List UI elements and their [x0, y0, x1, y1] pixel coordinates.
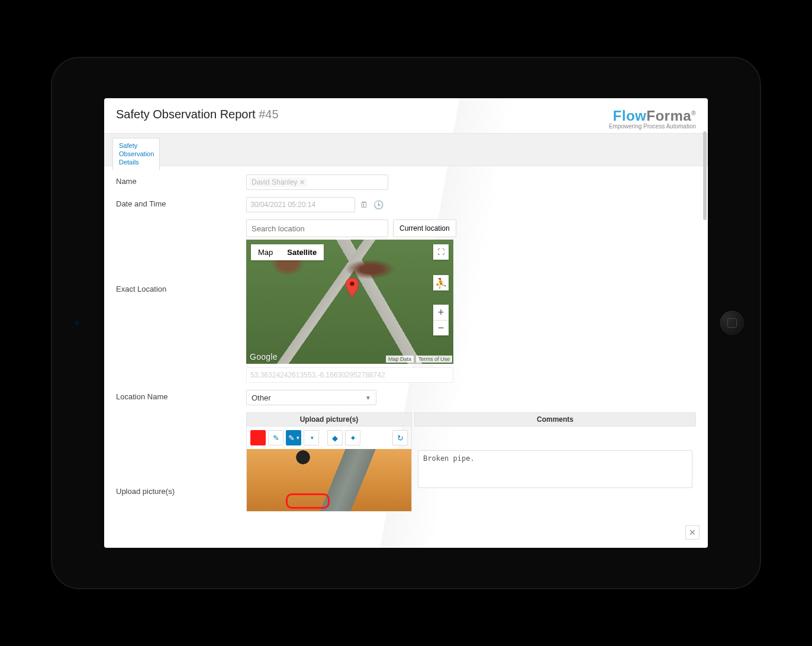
upload-column-header: Upload picture(s) [246, 412, 412, 427]
form-area: Name David Shanley ✕ Date and Time 🗓 [104, 166, 708, 512]
map-data-link[interactable]: Map Data [386, 356, 414, 363]
chevron-down-icon: ▼ [365, 395, 371, 401]
camera-icon [75, 321, 79, 325]
brand-part2: Forma [646, 108, 691, 124]
uploaded-image[interactable] [247, 449, 411, 511]
row-location-name: Location Name Other ▼ [116, 390, 696, 405]
terms-link[interactable]: Terms of Use [416, 356, 452, 363]
editor-toolbar: ✎ ✎ ◆ ✦ ↻ [247, 427, 411, 449]
dropdown-icon[interactable] [304, 430, 319, 445]
brush-icon[interactable]: ✎ [286, 430, 301, 445]
brand-reg: ® [691, 110, 696, 117]
tab-safety-observation-details[interactable]: Safety Observation Details [112, 138, 160, 170]
map-footer: Map Data Terms of Use [386, 356, 452, 363]
map-type-satellite-button[interactable]: Satellite [280, 244, 324, 260]
brand-part1: Flow [613, 108, 647, 124]
app-screen: Safety Observation Report #45 FlowForma®… [104, 98, 708, 548]
svg-point-0 [350, 282, 354, 286]
tablet-frame: Safety Observation Report #45 FlowForma®… [51, 57, 761, 589]
datetime-input[interactable] [246, 197, 355, 212]
title-text: Safety Observation Report [116, 108, 256, 121]
map-type-switch: Map Satellite [251, 244, 324, 260]
zoom-in-button[interactable]: + [433, 305, 449, 320]
map-pin-icon[interactable] [346, 277, 359, 298]
image-editor: ✎ ✎ ◆ ✦ ↻ [246, 427, 412, 512]
name-chip: David Shanley ✕ [249, 177, 307, 187]
datetime-label: Date and Time [116, 197, 246, 212]
location-name-value: Other [252, 393, 271, 402]
app-header: Safety Observation Report #45 FlowForma®… [104, 98, 708, 133]
comments-cell [414, 427, 696, 512]
upload-pictures-label: Upload picture(s) [116, 410, 246, 512]
name-input[interactable]: David Shanley ✕ [246, 175, 388, 190]
reset-icon[interactable]: ↻ [392, 430, 408, 445]
annotation-mark [286, 493, 330, 509]
map-widget[interactable]: Map Satellite ⛶ ⛹ + − Google [246, 240, 453, 364]
zoom-out-button[interactable]: − [433, 320, 449, 335]
home-button[interactable] [720, 311, 745, 335]
tab-strip: Safety Observation Details [104, 133, 708, 166]
current-location-button[interactable]: Current location [393, 219, 456, 237]
page-title: Safety Observation Report #45 [116, 108, 279, 121]
close-button[interactable]: ✕ [685, 525, 700, 540]
name-label: Name [116, 175, 246, 190]
coordinates-input[interactable] [246, 367, 453, 383]
row-name: Name David Shanley ✕ [116, 175, 696, 190]
comments-column-header: Comments [414, 412, 696, 427]
tab-line: Safety [119, 142, 153, 150]
tab-line: Observation [119, 150, 153, 159]
map-type-map-button[interactable]: Map [251, 244, 280, 260]
location-name-select[interactable]: Other ▼ [246, 390, 376, 405]
tab-line: Details [119, 159, 153, 167]
report-number: #45 [259, 108, 278, 121]
scrollbar[interactable] [703, 131, 707, 220]
picker-icon[interactable]: ✎ [268, 430, 283, 445]
row-upload: Upload picture(s) Upload picture(s) Comm… [116, 410, 696, 512]
row-exact-location: Exact Location Current location Map Sate… [116, 219, 696, 383]
clock-icon[interactable]: 🕓 [373, 200, 384, 209]
stamp-icon[interactable]: ✦ [345, 430, 360, 445]
row-datetime: Date and Time 🗓 🕓 [116, 197, 696, 212]
close-icon[interactable]: ✕ [299, 179, 305, 186]
comments-textarea[interactable] [418, 450, 692, 488]
exact-location-label: Exact Location [116, 219, 246, 383]
fullscreen-icon[interactable]: ⛶ [433, 244, 449, 260]
eraser-icon[interactable]: ◆ [327, 430, 343, 445]
brand-name: FlowForma® [609, 108, 696, 124]
name-chip-text: David Shanley [252, 178, 297, 186]
color-swatch-button[interactable] [250, 430, 266, 445]
google-logo: Google [250, 352, 278, 361]
calendar-icon[interactable]: 🗓 [359, 200, 369, 209]
brand-logo: FlowForma® Empowering Process Automation [609, 108, 696, 130]
location-name-label: Location Name [116, 390, 246, 405]
pegman-icon[interactable]: ⛹ [433, 275, 449, 290]
brand-tagline: Empowering Process Automation [609, 123, 696, 130]
location-search-input[interactable] [246, 219, 388, 237]
